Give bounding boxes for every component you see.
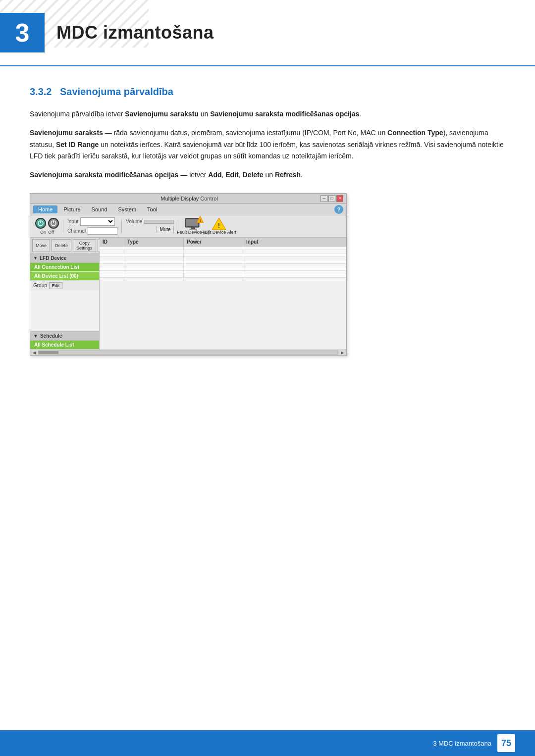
- input-select[interactable]: [80, 217, 115, 226]
- volume-section: Volume: [126, 219, 173, 224]
- volume-slider[interactable]: [144, 220, 174, 224]
- lfd-device-label: LFD Device: [40, 255, 66, 261]
- scroll-right-button[interactable]: ▶: [339, 351, 345, 355]
- fault-device-alert-icon: !: [211, 217, 227, 231]
- channel-section: Channel: [67, 227, 117, 235]
- chapter-number: 3: [0, 13, 45, 52]
- scroll-left-button[interactable]: ◀: [31, 351, 37, 355]
- volume-label: Volume: [126, 219, 142, 224]
- table-row[interactable]: [100, 260, 346, 264]
- on-label: On: [40, 230, 46, 235]
- header-id: ID: [100, 238, 124, 246]
- fault-device-alert-button[interactable]: ! Fault Device Alert: [208, 217, 230, 235]
- svg-rect-7: [191, 227, 195, 229]
- sidebar-action-bar: Move Delete Copy Settings Paste Settings: [30, 238, 99, 254]
- table-row[interactable]: [100, 264, 346, 267]
- svg-text:!: !: [199, 218, 201, 223]
- section-title: Savienojuma pārvaldība: [60, 86, 173, 97]
- lfd-device-header[interactable]: ▼ LFD Device: [30, 254, 99, 263]
- mdc-main-area: Move Delete Copy Settings Paste Settings…: [30, 238, 346, 350]
- table-row[interactable]: [100, 274, 346, 278]
- group-row: Group Edit: [30, 281, 99, 291]
- bold-modification-label: Savienojuma saraksta modificēšanas opcij…: [30, 171, 178, 179]
- help-button[interactable]: ?: [334, 205, 343, 214]
- paragraph-2: Savienojumu saraksts — rāda savienojumu …: [30, 127, 505, 162]
- scrollbar-thumb: [39, 351, 58, 354]
- maximize-button[interactable]: □: [328, 195, 335, 202]
- table-header: ID Type Power Input: [100, 238, 346, 247]
- table-row[interactable]: [100, 257, 346, 260]
- lfd-arrow-icon: ▼: [33, 255, 38, 260]
- delete-button[interactable]: Delete: [52, 239, 71, 252]
- bold-set-id-range: Set ID Range: [56, 141, 99, 149]
- channel-label: Channel: [67, 228, 86, 234]
- menu-home[interactable]: Home: [33, 205, 57, 213]
- fault-device-d-button[interactable]: ! Fault Device (D): [182, 217, 204, 235]
- svg-rect-8: [189, 229, 197, 230]
- footer-page-number: 75: [497, 734, 515, 752]
- empty-space: [30, 291, 99, 330]
- bold-add: Add: [208, 171, 221, 179]
- table-row[interactable]: [100, 253, 346, 257]
- off-label: Off: [48, 230, 54, 235]
- mdc-sidebar: Move Delete Copy Settings Paste Settings…: [30, 238, 100, 350]
- mdc-bottom-bar: ◀ ▶: [30, 350, 346, 355]
- horizontal-scrollbar[interactable]: [38, 351, 338, 354]
- minimize-button[interactable]: ─: [321, 195, 327, 202]
- header-power: Power: [184, 238, 243, 246]
- menu-tool[interactable]: Tool: [142, 205, 162, 213]
- copy-settings-button[interactable]: Copy Settings: [73, 239, 96, 252]
- table-row[interactable]: [100, 247, 346, 250]
- close-button[interactable]: ✕: [336, 195, 343, 202]
- chapter-title: MDC izmantošana: [56, 22, 214, 43]
- header-type: Type: [124, 238, 184, 246]
- input-section: Input: [67, 217, 117, 226]
- all-schedule-list-item[interactable]: All Schedule List: [30, 341, 99, 350]
- schedule-arrow-icon: ▼: [33, 333, 38, 339]
- mdc-title-bar: Multiple Display Control ─ □ ✕: [30, 194, 346, 204]
- channel-input[interactable]: [88, 227, 117, 235]
- mdc-window: Multiple Display Control ─ □ ✕ Home Pict…: [30, 193, 347, 356]
- mdc-toolbar: On Off Input Channel: [30, 215, 346, 238]
- page-footer: 3 MDC izmantošana 75: [0, 730, 535, 756]
- move-button[interactable]: Move: [32, 239, 50, 252]
- mute-button[interactable]: Mute: [157, 226, 173, 233]
- table-body: [100, 247, 346, 281]
- bold-connection-list: Savienojumu sarakstu: [125, 110, 199, 118]
- group-edit-button[interactable]: Edit: [49, 282, 63, 289]
- bold-refresh: Refresh: [275, 171, 301, 179]
- power-off-icon[interactable]: [48, 218, 59, 229]
- table-row[interactable]: [100, 278, 346, 281]
- power-icons: On Off: [35, 218, 59, 235]
- table-row[interactable]: [100, 267, 346, 271]
- bold-delete: Delete: [243, 171, 264, 179]
- fault-device-alert-label: Fault Device Alert: [201, 230, 236, 235]
- bold-modification-options: Savienojumu saraksta modificēšanas opcij…: [210, 110, 359, 118]
- table-row[interactable]: [100, 271, 346, 274]
- menu-sound[interactable]: Sound: [87, 205, 112, 213]
- mdc-window-controls: ─ □ ✕: [321, 195, 343, 202]
- connection-list-label: All Connection List: [34, 264, 79, 270]
- mdc-window-title: Multiple Display Control: [58, 196, 321, 202]
- bold-connection-type: Connection Type: [387, 129, 443, 137]
- power-on-icon[interactable]: [35, 218, 46, 229]
- menu-picture[interactable]: Picture: [58, 205, 85, 213]
- paragraph-1: Savienojuma pārvaldība ietver Savienojum…: [30, 108, 505, 120]
- device-list-label: All Device List (00): [34, 273, 78, 279]
- schedule-list-label: All Schedule List: [34, 342, 74, 348]
- bold-edit: Edit: [225, 171, 238, 179]
- mdc-menubar: Home Picture Sound System Tool ?: [30, 204, 346, 215]
- schedule-label: Schedule: [40, 333, 62, 339]
- all-device-list-item[interactable]: All Device List (00): [30, 272, 99, 281]
- screenshot-container: Multiple Display Control ─ □ ✕ Home Pict…: [30, 193, 505, 356]
- svg-text:!: !: [217, 222, 219, 229]
- bold-saraksts: Savienojumu saraksts: [30, 129, 103, 137]
- table-row[interactable]: [100, 250, 346, 253]
- menu-system[interactable]: System: [113, 205, 141, 213]
- warning-icon: !: [196, 215, 204, 223]
- mdc-content: ID Type Power Input: [100, 238, 346, 350]
- all-connection-list-item[interactable]: All Connection List: [30, 263, 99, 272]
- schedule-header[interactable]: ▼ Schedule: [30, 331, 99, 341]
- footer-text: 3 MDC izmantošana: [433, 740, 491, 747]
- paragraph-3: Savienojuma saraksta modificēšanas opcij…: [30, 169, 505, 181]
